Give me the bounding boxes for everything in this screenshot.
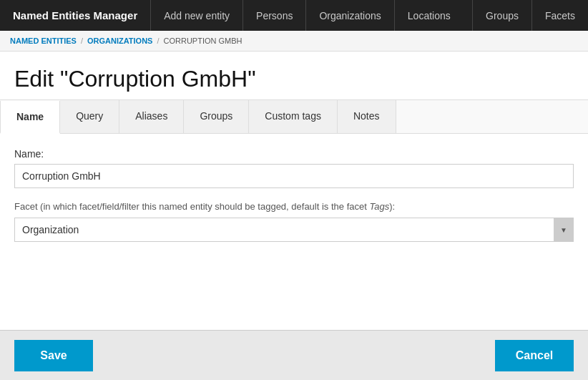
name-input[interactable] [14,164,574,188]
facet-label-suffix: ): [389,201,395,212]
facet-label-prefix: Facet (in which facet/field/filter this … [14,201,369,212]
breadcrumb-organizations[interactable]: ORGANIZATIONS [87,36,152,45]
bottom-bar: Save Cancel [0,330,588,380]
page-title: Edit "Corruption GmbH" [0,52,588,99]
breadcrumb: NAMED ENTITIES / ORGANIZATIONS / CORRUPT… [0,31,588,52]
nav-facets[interactable]: Facets [531,0,588,31]
breadcrumb-sep-2: / [157,36,159,45]
cancel-button[interactable]: Cancel [495,340,574,371]
tab-custom-tags[interactable]: Custom tags [249,100,338,133]
nav-add-new-entity[interactable]: Add new entity [150,0,242,31]
facet-select-wrapper: Organization Tags Persons Locations Grou… [14,218,574,242]
breadcrumb-sep-1: / [81,36,83,45]
nav-locations[interactable]: Locations [394,0,464,31]
tab-query[interactable]: Query [60,100,119,133]
top-nav: Named Entities Manager Add new entity Pe… [0,0,588,31]
facet-label-italic: Tags [369,201,389,212]
breadcrumb-current: CORRUPTION GMBH [164,36,242,45]
nav-persons[interactable]: Persons [242,0,305,31]
breadcrumb-named-entities[interactable]: NAMED ENTITIES [10,36,77,45]
tab-aliases[interactable]: Aliases [119,100,184,133]
tabs-bar: Name Query Aliases Groups Custom tags No… [0,99,588,134]
tab-notes[interactable]: Notes [338,100,396,133]
tab-name[interactable]: Name [0,101,60,134]
name-label: Name: [14,148,574,160]
save-button[interactable]: Save [14,340,93,371]
facet-label: Facet (in which facet/field/filter this … [14,201,574,212]
main-content: Name: Facet (in which facet/field/filter… [0,134,588,256]
nav-groups[interactable]: Groups [472,0,531,31]
nav-organizations[interactable]: Organizations [305,0,393,31]
app-brand: Named Entities Manager [0,9,150,21]
facet-select[interactable]: Organization Tags Persons Locations Grou… [14,218,574,242]
tab-groups[interactable]: Groups [184,100,249,133]
